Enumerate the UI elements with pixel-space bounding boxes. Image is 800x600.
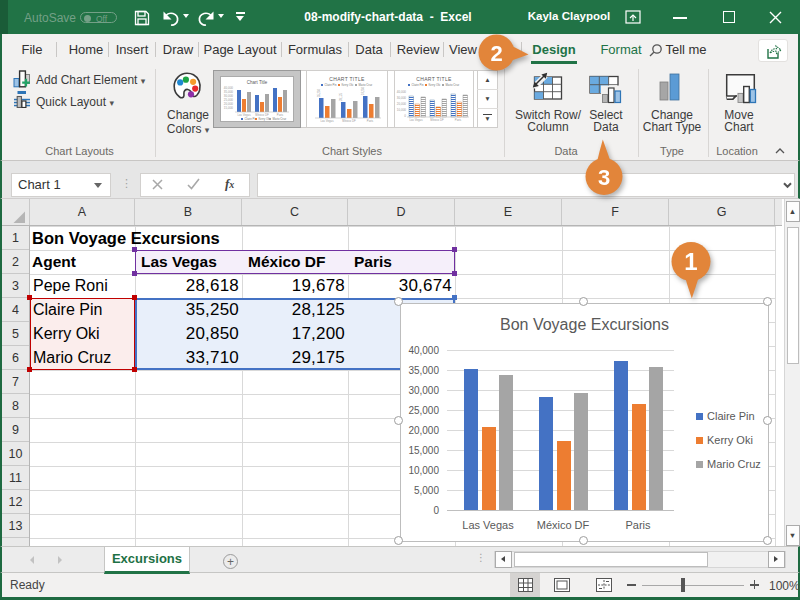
svg-text:10,000: 10,000 [397,108,407,112]
svg-text:2: 2 [490,41,502,66]
svg-text:Chart Title: Chart Title [247,80,268,85]
svg-text:35,250: 35,250 [317,89,321,97]
svg-text:México DF: México DF [430,118,444,122]
svg-text:Paris: Paris [455,118,462,122]
svg-text:CHART TITLE: CHART TITLE [329,76,365,82]
svg-text:Mario Cruz: Mario Cruz [359,83,373,87]
svg-text:Mario Cruz: Mario Cruz [273,117,287,121]
svg-text:Las Vegas: Las Vegas [320,119,334,123]
svg-text:Claire Pin: Claire Pin [325,83,338,87]
svg-text:Kerry Oki: Kerry Oki [429,83,441,87]
svg-text:30,000: 30,000 [397,96,407,100]
svg-text:México DF: México DF [342,119,356,123]
svg-text:Kerry Oki: Kerry Oki [259,117,271,121]
svg-text:20,000: 20,000 [397,102,407,106]
svg-text:Paris: Paris [367,119,374,123]
svg-text:CHART TITLE: CHART TITLE [416,76,452,82]
svg-text:40,000: 40,000 [397,90,407,94]
svg-text:Claire Pin: Claire Pin [412,83,425,87]
svg-text:Las Vegas: Las Vegas [409,118,423,122]
svg-text:15,000: 15,000 [224,106,234,110]
svg-text:Mario Cruz: Mario Cruz [446,83,460,87]
svg-text:28,125: 28,125 [339,93,343,101]
svg-text:1: 1 [684,248,697,275]
svg-text:37,250: 37,250 [361,87,365,95]
svg-text:0: 0 [404,114,406,118]
svg-text:Kerry Oki: Kerry Oki [342,83,354,87]
svg-text:3: 3 [598,165,610,190]
